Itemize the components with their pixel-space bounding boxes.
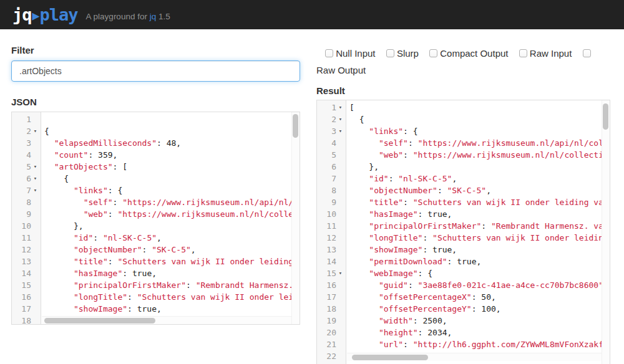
scrollbar-thumb[interactable]: [352, 355, 428, 360]
line-number: 11: [15, 232, 31, 244]
checkbox[interactable]: [386, 49, 394, 57]
gutter-line: 4: [12, 149, 41, 161]
gutter-line: 8: [12, 196, 41, 208]
line-number: 5: [320, 149, 336, 161]
fold-arrow-icon[interactable]: ▾: [31, 125, 39, 137]
json-editor-code[interactable]: { "elapsedMilliseconds": 48, "count": 35…: [41, 112, 300, 324]
fold-arrow-icon[interactable]: ▾: [336, 113, 344, 125]
result-editor-code[interactable]: [ { "links": { "self": "https://www.rijk…: [346, 100, 610, 364]
option-label: Raw Input: [530, 48, 572, 59]
editor-line: "elapsedMilliseconds": 48,: [44, 137, 300, 149]
fold-arrow-icon[interactable]: ▾: [336, 125, 344, 137]
fold-arrow-icon[interactable]: ▾: [31, 173, 39, 184]
editor-line: "web": "https://www.rijksmuseum.nl/nl/co…: [44, 208, 300, 220]
gutter-line: 2▾: [12, 125, 41, 137]
editor-line: "offsetPercentageX": 50,: [349, 291, 610, 303]
line-number: 2: [15, 125, 31, 137]
line-number: 9: [15, 208, 31, 220]
editor-line: "id": "nl-SK-C-5",: [349, 173, 610, 184]
gutter-line: 15: [12, 279, 41, 291]
editor-line: },: [44, 220, 300, 232]
checkbox[interactable]: [519, 49, 527, 57]
gutter-line: 8: [317, 184, 346, 196]
fold-arrow-icon[interactable]: ▾: [336, 102, 344, 113]
jq-link[interactable]: jq: [150, 12, 157, 21]
option-compact-output[interactable]: Compact Output: [429, 48, 508, 59]
gutter-line: 5: [317, 149, 346, 161]
gutter-line: 19: [317, 315, 346, 327]
scrollbar-thumb[interactable]: [44, 318, 155, 323]
line-number: 1: [15, 113, 31, 125]
editor-line: },: [349, 161, 610, 173]
editor-line: "webImage": {: [349, 267, 610, 279]
fold-arrow-icon[interactable]: ▾: [336, 267, 344, 279]
line-number: 21: [320, 338, 336, 350]
checkbox[interactable]: [325, 49, 333, 57]
editor-line: "guid": "3ae88fe0-021c-41ae-a4ce-cc70b7b…: [349, 279, 610, 291]
editor-line: "web": "https://www.rijksmuseum.nl/nl/co…: [349, 149, 610, 161]
scrollbar-thumb[interactable]: [293, 114, 298, 138]
line-number: 14: [15, 267, 31, 279]
line-number: 18: [320, 303, 336, 315]
gutter-line: 7: [317, 173, 346, 184]
gutter-line: 21: [317, 338, 346, 350]
editor-line: "self": "https://www.rijksmuseum.nl/api/…: [349, 137, 610, 149]
option-label: Raw Output: [316, 65, 366, 75]
editor-line: "height": 2034,: [349, 327, 610, 338]
line-number: 4: [320, 137, 336, 149]
gutter-line: 12: [317, 232, 346, 244]
checkbox[interactable]: [429, 49, 437, 57]
editor-line: "principalOrFirstMaker": "Rembrandt Harm…: [44, 279, 300, 291]
option-label: Null Input: [336, 48, 375, 59]
logo-play-text: play: [40, 5, 78, 24]
gutter-line: 1▾: [317, 102, 346, 113]
editor-line: "count": 359,: [44, 149, 300, 161]
fold-arrow-icon[interactable]: ▾: [31, 161, 39, 173]
result-editor-horizontal-scrollbar[interactable]: [347, 353, 602, 361]
editor-line: [: [349, 102, 610, 113]
tagline: A playground for jq 1.5: [86, 12, 170, 21]
line-number: 6: [320, 161, 336, 173]
tagline-prefix: A playground for: [86, 12, 147, 21]
editor-line: "showImage": true,: [44, 303, 300, 315]
editor-line: "longTitle": "Schutters van wijk II onde…: [44, 291, 300, 303]
jqplay-logo[interactable]: jq▶play: [12, 5, 78, 24]
line-number: 16: [15, 291, 31, 303]
line-number: 10: [15, 220, 31, 232]
gutter-line: 7▾: [12, 184, 41, 196]
editor-line: "id": "nl-SK-C-5",: [44, 232, 300, 244]
json-editor: 12▾345▾6▾7▾89101112131415161718 { "elaps…: [11, 112, 300, 325]
line-number: 2: [320, 113, 336, 125]
json-editor-horizontal-scrollbar[interactable]: [42, 316, 291, 324]
gutter-line: 14: [12, 267, 41, 279]
json-editor-vertical-scrollbar[interactable]: [291, 112, 300, 324]
line-number: 16: [320, 279, 336, 291]
gutter-line: 13: [12, 256, 41, 267]
result-editor: 1▾2▾3▾456789101112131415▾161718192021222…: [316, 100, 610, 364]
option-raw-input[interactable]: Raw Input: [519, 48, 572, 59]
editor-line: {: [44, 173, 300, 184]
gutter-line: 3: [12, 137, 41, 149]
scrollbar-thumb[interactable]: [603, 103, 608, 130]
gutter-line: 11: [12, 232, 41, 244]
line-number: 6: [15, 173, 31, 184]
tagline-version: 1.5: [158, 12, 170, 21]
line-number: 4: [15, 149, 31, 161]
checkbox[interactable]: [583, 49, 591, 57]
option-slurp[interactable]: Slurp: [386, 48, 419, 59]
editor-line: "showImage": true,: [349, 244, 610, 256]
option-null-input[interactable]: Null Input: [325, 48, 376, 59]
line-number: 3: [15, 137, 31, 149]
filter-input[interactable]: [11, 60, 300, 82]
result-editor-vertical-scrollbar[interactable]: [602, 100, 610, 364]
option-label: Slurp: [397, 48, 419, 59]
gutter-line: 10: [12, 220, 41, 232]
gutter-line: 6▾: [12, 173, 41, 184]
editor-line: "longTitle": "Schutters van wijk II onde…: [349, 232, 610, 244]
result-editor-gutter: 1▾2▾3▾456789101112131415▾161718192021222…: [317, 100, 346, 364]
fold-arrow-icon[interactable]: ▾: [31, 184, 39, 196]
line-number: 22: [320, 350, 336, 362]
json-editor-gutter: 12▾345▾6▾7▾89101112131415161718: [12, 112, 41, 324]
play-triangle-icon: ▶: [32, 8, 39, 23]
gutter-line: 9: [12, 208, 41, 220]
